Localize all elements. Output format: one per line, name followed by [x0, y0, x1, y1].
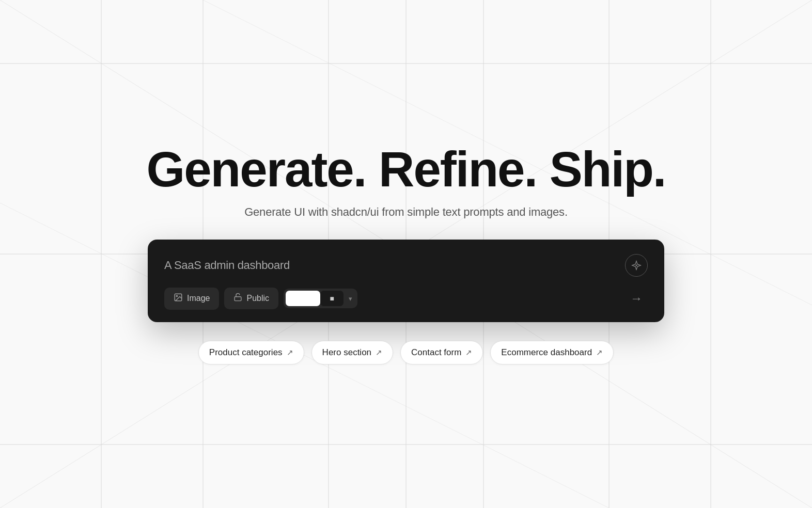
image-button-label: Image: [187, 294, 210, 303]
page-headline: Generate. Refine. Ship.: [147, 144, 666, 196]
chip-arrow-2: ↗: [465, 348, 472, 357]
chip-label-0: Product categories: [209, 347, 283, 358]
chip-label-3: Ecommerce dashboard: [501, 347, 592, 358]
controls-left: Image Public ■: [164, 288, 357, 310]
prompt-placeholder[interactable]: A SaaS admin dashboard: [164, 259, 625, 272]
chip-label-1: Hero section: [322, 347, 371, 358]
chip-0[interactable]: Product categories↗: [198, 341, 304, 364]
visibility-button-label: Public: [246, 294, 269, 303]
main-content: Generate. Refine. Ship. Generate UI with…: [143, 144, 669, 365]
svg-point-14: [636, 265, 637, 266]
theme-light-option: [286, 291, 320, 306]
chevron-down-icon: ▾: [346, 295, 355, 303]
theme-toggle-inner: ■: [286, 291, 343, 306]
sparkle-button[interactable]: [625, 254, 648, 277]
svg-point-16: [176, 295, 177, 296]
chip-2[interactable]: Contact form↗: [400, 341, 483, 364]
send-button[interactable]: →: [625, 287, 648, 310]
chip-arrow-1: ↗: [376, 348, 382, 357]
theme-dark-option: ■: [320, 291, 343, 306]
theme-toggle[interactable]: ■ ▾: [284, 289, 357, 308]
visibility-button[interactable]: Public: [224, 288, 278, 309]
send-arrow-icon: →: [630, 291, 643, 306]
chips-row: Product categories↗Hero section↗Contact …: [198, 341, 614, 364]
image-icon: [174, 293, 183, 305]
svg-rect-17: [235, 297, 242, 301]
prompt-input-card: A SaaS admin dashboard: [148, 240, 664, 322]
chip-1[interactable]: Hero section↗: [311, 341, 393, 364]
input-top-row: A SaaS admin dashboard: [164, 254, 648, 277]
page-subheadline: Generate UI with shadcn/ui from simple t…: [244, 205, 568, 219]
image-button[interactable]: Image: [164, 288, 219, 310]
chip-3[interactable]: Ecommerce dashboard↗: [490, 341, 614, 364]
lock-icon: [233, 293, 242, 304]
chip-arrow-0: ↗: [287, 348, 293, 357]
chip-label-2: Contact form: [411, 347, 461, 358]
controls-row: Image Public ■: [164, 287, 648, 310]
chip-arrow-3: ↗: [596, 348, 603, 357]
